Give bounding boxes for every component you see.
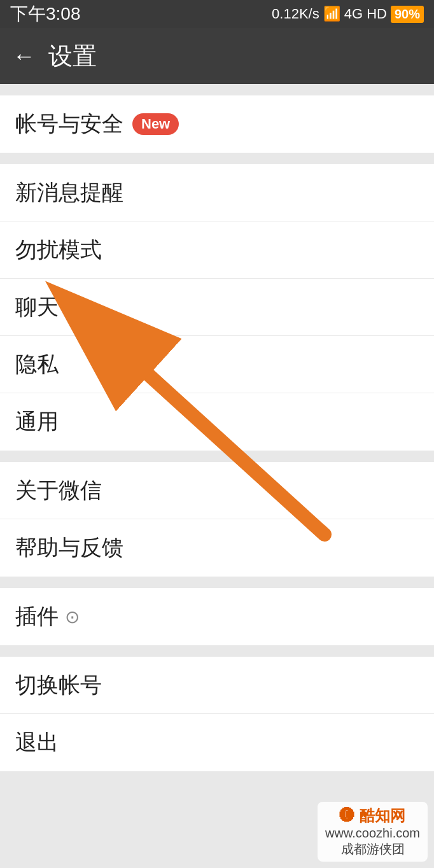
menu-item-chat[interactable]: 聊天 [0,279,434,336]
section-settings: 新消息提醒 勿扰模式 聊天 隐私 通用 [0,164,434,451]
plugins-label: 插件 [15,602,59,631]
watermark: 🅒 酷知网 www.coozhi.com 成都游侠团 [318,802,428,862]
page-wrapper: 下午3:08 0.12K/s 📶 4G HD 90% ← 设置 帐号与安全 Ne… [0,0,434,868]
watermark-site3: 成都游侠团 [341,841,405,858]
menu-item-logout[interactable]: 退出 [0,714,434,771]
page-title: 设置 [48,40,97,73]
switch-account-label: 切换帐号 [15,671,102,700]
network-speed: 0.12K/s [272,6,319,22]
general-label: 通用 [15,407,59,437]
status-bar: 下午3:08 0.12K/s 📶 4G HD 90% [0,0,434,28]
menu-item-about[interactable]: 关于微信 [0,462,434,519]
menu-item-help[interactable]: 帮助与反馈 [0,519,434,577]
menu-item-notifications[interactable]: 新消息提醒 [0,164,434,221]
back-button[interactable]: ← [13,43,36,69]
plugin-settings-icon: ⊙ [65,606,80,627]
privacy-label: 隐私 [15,350,59,379]
status-time: 下午3:08 [10,2,81,26]
battery-icon: 90% [391,6,424,23]
signal-icon: 📶 [323,6,340,22]
section-account: 帐号与安全 New [0,95,434,153]
menu-item-plugins[interactable]: 插件 ⊙ [0,588,434,645]
network-type: 4G HD [344,6,387,22]
menu-item-dnd[interactable]: 勿扰模式 [0,221,434,279]
notifications-label: 新消息提醒 [15,178,123,207]
section-divider-top [0,84,434,95]
status-right-icons: 0.12K/s 📶 4G HD 90% [272,6,424,23]
section-account-switch: 切换帐号 退出 [0,657,434,771]
dnd-label: 勿扰模式 [15,235,102,265]
help-label: 帮助与反馈 [15,533,123,563]
logout-label: 退出 [15,728,59,757]
menu-item-switch-account[interactable]: 切换帐号 [0,657,434,714]
section-divider-2 [0,451,434,462]
chat-label: 聊天 [15,293,59,322]
menu-item-general[interactable]: 通用 [0,393,434,451]
account-label: 帐号与安全 [15,109,123,139]
section-divider-4 [0,645,434,657]
menu-item-account[interactable]: 帐号与安全 New [0,95,434,153]
nav-bar: ← 设置 [0,28,434,84]
back-arrow-icon: ← [13,43,36,69]
section-plugins: 插件 ⊙ [0,588,434,645]
section-about: 关于微信 帮助与反馈 [0,462,434,577]
section-divider-3 [0,577,434,588]
menu-item-privacy[interactable]: 隐私 [0,336,434,393]
watermark-site2: www.coozhi.com [325,826,420,841]
about-label: 关于微信 [15,476,102,505]
watermark-site1: 🅒 酷知网 [340,806,405,826]
new-badge: New [132,113,179,135]
section-divider-1 [0,153,434,164]
